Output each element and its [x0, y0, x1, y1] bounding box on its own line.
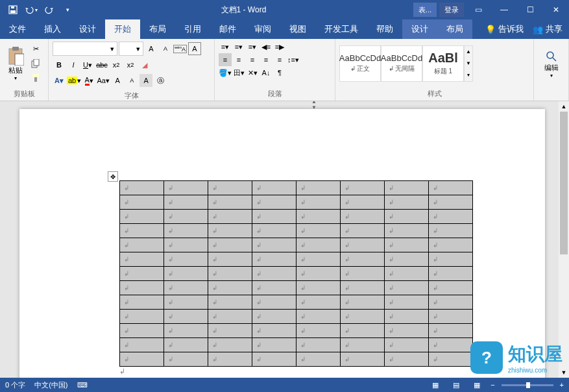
line-spacing-icon[interactable]: ↕≡▾: [287, 53, 300, 66]
table-cell[interactable]: ↲: [208, 238, 252, 252]
table-cell[interactable]: ↲: [385, 324, 429, 338]
table-cell[interactable]: ↲: [429, 267, 473, 281]
table-cell[interactable]: ↲: [252, 210, 297, 224]
superscript-icon[interactable]: x2: [124, 58, 137, 71]
change-case-icon[interactable]: Aa▾: [97, 74, 110, 87]
tab-file[interactable]: 文件: [0, 19, 35, 39]
undo-icon[interactable]: ▾: [23, 2, 39, 18]
table-cell[interactable]: ↲: [429, 181, 473, 195]
redo-icon[interactable]: [42, 2, 57, 18]
italic-button[interactable]: I: [67, 58, 80, 71]
table-cell[interactable]: ↲: [297, 181, 341, 195]
table-cell[interactable]: ↲: [341, 195, 385, 210]
table-cell[interactable]: ↲: [164, 324, 208, 338]
table-cell[interactable]: ↲: [297, 252, 341, 267]
table-cell[interactable]: ↲: [120, 267, 164, 281]
tab-view[interactable]: 视图: [280, 19, 315, 39]
zoom-slider[interactable]: [502, 384, 553, 386]
table-cell[interactable]: ↲: [341, 338, 385, 352]
maximize-icon[interactable]: ☐: [517, 0, 543, 19]
table-cell[interactable]: ↲: [120, 252, 164, 267]
table-cell[interactable]: ↲: [120, 195, 164, 210]
align-left-icon[interactable]: ≡: [219, 53, 232, 66]
tab-insert[interactable]: 插入: [35, 19, 70, 39]
login-button[interactable]: 登录: [439, 3, 464, 17]
table-cell[interactable]: ↲: [164, 281, 208, 295]
table-cell[interactable]: ↲: [297, 338, 341, 352]
table-cell[interactable]: ↲: [120, 324, 164, 338]
table-cell[interactable]: ↲: [385, 252, 429, 267]
phonetic-icon[interactable]: wénA: [173, 42, 187, 55]
table-cell[interactable]: ↲: [385, 295, 429, 310]
ribbon-options-icon[interactable]: ▭: [465, 0, 491, 19]
table-cell[interactable]: ↲: [252, 252, 297, 267]
highlight-icon[interactable]: ab▾: [67, 74, 81, 87]
table-cell[interactable]: ↲: [385, 338, 429, 352]
table-cell[interactable]: ↲: [164, 181, 208, 195]
tab-references[interactable]: 引用: [175, 19, 210, 39]
table-cell[interactable]: ↲: [208, 267, 252, 281]
tab-review[interactable]: 审阅: [245, 19, 280, 39]
multilevel-icon[interactable]: ≡▾: [246, 40, 259, 53]
table-cell[interactable]: ↲: [252, 224, 297, 238]
table-cell[interactable]: ↲: [208, 352, 252, 367]
vertical-scrollbar[interactable]: ▲ ▼: [559, 101, 569, 378]
table-cell[interactable]: ↲: [385, 181, 429, 195]
table-cell[interactable]: ↲: [385, 210, 429, 224]
table-cell[interactable]: ↲: [120, 281, 164, 295]
table-cell[interactable]: ↲: [429, 210, 473, 224]
web-layout-icon[interactable]: ▦: [470, 379, 484, 391]
grow-font-icon[interactable]: A: [145, 42, 158, 55]
table-cell[interactable]: ↲: [120, 181, 164, 195]
paste-button[interactable]: 粘贴▾: [4, 44, 27, 83]
table-cell[interactable]: ↲: [429, 252, 473, 267]
styles-down-icon[interactable]: ▼: [465, 58, 472, 69]
table-cell[interactable]: ↲: [341, 181, 385, 195]
align-right-icon[interactable]: ≡: [246, 53, 259, 66]
table-cell[interactable]: ↲: [297, 267, 341, 281]
table-cell[interactable]: ↲: [120, 338, 164, 352]
table-cell[interactable]: ↲: [164, 238, 208, 252]
document-table[interactable]: ↲↲↲↲↲↲↲↲↲↲↲↲↲↲↲↲↲↲↲↲↲↲↲↲↲↲↲↲↲↲↲↲↲↲↲↲↲↲↲↲…: [119, 180, 473, 367]
clear-format-icon[interactable]: ◢: [138, 58, 151, 71]
tab-help[interactable]: 帮助: [367, 19, 402, 39]
table-cell[interactable]: ↲: [164, 224, 208, 238]
zoom-out-button[interactable]: −: [490, 381, 494, 389]
sort-icon[interactable]: A↓: [260, 66, 272, 79]
print-layout-icon[interactable]: ▤: [449, 379, 463, 391]
cut-icon[interactable]: ✂: [29, 43, 42, 55]
table-cell[interactable]: ↲: [341, 210, 385, 224]
table-cell[interactable]: ↲: [429, 224, 473, 238]
table-cell[interactable]: ↲: [208, 195, 252, 210]
underline-button[interactable]: U▾: [81, 58, 94, 71]
table-cell[interactable]: ↲: [164, 195, 208, 210]
char-border-icon[interactable]: A: [188, 42, 201, 55]
tab-home[interactable]: 开始: [105, 19, 140, 39]
justify-icon[interactable]: ≡: [260, 53, 272, 66]
shrink-font-icon[interactable]: A: [159, 42, 172, 55]
table-cell[interactable]: ↲: [252, 181, 297, 195]
scroll-up-icon[interactable]: ▲: [559, 101, 569, 112]
table-cell[interactable]: ↲: [208, 310, 252, 324]
table-cell[interactable]: ↲: [208, 210, 252, 224]
table-cell[interactable]: ↲: [297, 281, 341, 295]
table-cell[interactable]: ↲: [164, 352, 208, 367]
table-cell[interactable]: ↲: [385, 267, 429, 281]
table-cell[interactable]: ↲: [164, 210, 208, 224]
copy-icon[interactable]: [29, 58, 42, 69]
table-cell[interactable]: ↲: [164, 338, 208, 352]
enclose-char-icon[interactable]: ⓐ: [154, 74, 167, 87]
style-nospacing[interactable]: AaBbCcDd↲ 无间隔: [381, 45, 422, 82]
table-cell[interactable]: ↲: [385, 224, 429, 238]
table-cell[interactable]: ↲: [429, 238, 473, 252]
table-cell[interactable]: ↲: [252, 267, 297, 281]
show-marks-icon[interactable]: ¶: [273, 66, 286, 79]
table-cell[interactable]: ↲: [341, 310, 385, 324]
table-cell[interactable]: ↲: [164, 310, 208, 324]
table-move-handle-icon[interactable]: ✥: [108, 171, 118, 182]
table-cell[interactable]: ↲: [252, 195, 297, 210]
table-cell[interactable]: ↲: [120, 310, 164, 324]
tab-table-layout[interactable]: 布局: [437, 19, 472, 39]
table-cell[interactable]: ↲: [341, 267, 385, 281]
tab-layout[interactable]: 布局: [140, 19, 175, 39]
